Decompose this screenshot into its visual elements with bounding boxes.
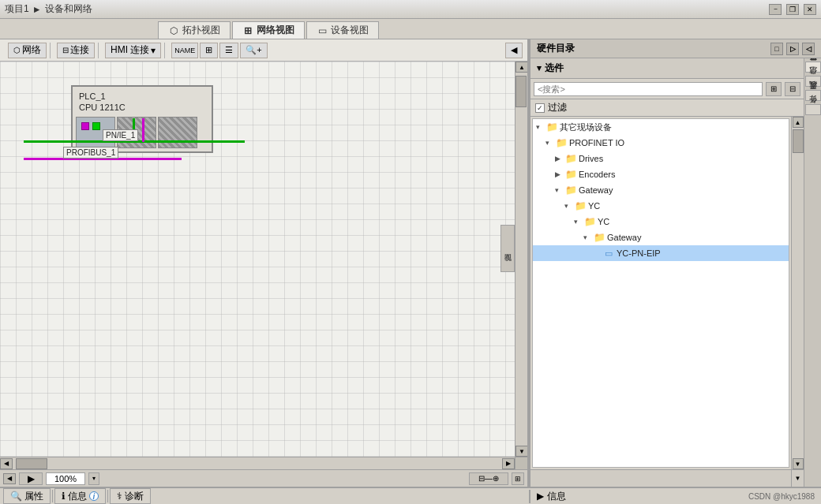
filter-checkbox[interactable]: ✓ bbox=[535, 103, 545, 113]
align-btn[interactable]: ☰ bbox=[219, 43, 238, 58]
tab-bar: ⬡ 拓扑视图 ⊞ 网络视图 ▭ 设备视图 bbox=[0, 19, 821, 39]
hw-icon-2[interactable]: ▷ bbox=[786, 43, 799, 55]
tree-item-gateway2[interactable]: ▾ 📁 Gateway bbox=[533, 230, 789, 245]
catalog-scroll-bottom[interactable]: ▼ bbox=[791, 470, 804, 487]
folder-icon: 📁 bbox=[545, 121, 558, 133]
close-button[interactable]: ✕ bbox=[804, 4, 816, 15]
info-icon: ℹ bbox=[62, 491, 66, 502]
tab-device-label: 设备视图 bbox=[331, 24, 369, 37]
scroll-up-arrow[interactable]: ▲ bbox=[515, 62, 527, 73]
tree-item-field-devices[interactable]: ▾ 📁 其它现场设备 bbox=[533, 119, 789, 135]
zoom-right-controls: ⊟—⊕ ⊞ bbox=[469, 472, 524, 485]
tab-network[interactable]: ⊞ 网络视图 bbox=[232, 21, 305, 39]
diagnostics-button[interactable]: ⚕ 诊断 bbox=[110, 488, 151, 504]
tree-label-field-devices: 其它现场设备 bbox=[560, 121, 612, 133]
device-icon: ▭ bbox=[317, 25, 328, 36]
zoom-btn[interactable]: 🔍+ bbox=[240, 43, 267, 58]
tree-item-profinet[interactable]: ▾ 📁 PROFINET IO bbox=[533, 135, 789, 151]
tree-item-drives[interactable]: ▶ 📁 Drives bbox=[533, 151, 789, 166]
network-icon: ⊞ bbox=[242, 25, 253, 36]
toolbar-right: ◀ bbox=[505, 43, 523, 58]
tab-device[interactable]: ▭ 设备视图 bbox=[306, 21, 379, 39]
search-input[interactable] bbox=[534, 82, 763, 96]
status-separator-2 bbox=[107, 490, 108, 502]
catalog-scrollbar-v[interactable]: ▲ ▼ bbox=[791, 117, 804, 469]
device-icon-yc-pn-eip: ▭ bbox=[602, 248, 615, 259]
fit-btn[interactable]: ⊞ bbox=[512, 472, 524, 485]
project-name: 项目1 bbox=[5, 2, 29, 16]
info-button[interactable]: ℹ 信息 i bbox=[54, 488, 106, 504]
hw-icon-1[interactable]: □ bbox=[770, 43, 783, 55]
zoom-dropdown[interactable]: ▾ bbox=[88, 472, 99, 485]
tree-arrow-gateway: ▾ bbox=[555, 186, 564, 194]
scroll-thumb-v[interactable] bbox=[515, 76, 527, 107]
hmi-dropdown[interactable]: HMI 连接 ▾ bbox=[105, 43, 161, 58]
restore-button[interactable]: ❐ bbox=[786, 4, 799, 15]
zoom-slider[interactable]: ⊟—⊕ bbox=[469, 472, 508, 485]
selection-label: 选件 bbox=[545, 62, 564, 75]
main-area: ⬡ 网络 ⊟ 连接 HMI 连接 ▾ NAME ⊞ ☰ 🔍+ bbox=[0, 39, 821, 487]
tab-topology[interactable]: ⬡ 拓扑视图 bbox=[158, 21, 231, 39]
toolbar-group-hmi: HMI 连接 ▾ bbox=[102, 43, 165, 58]
sidebar-tab-info[interactable]: 信息 bbox=[805, 76, 821, 87]
canvas-scrollbar-v[interactable]: ▲ ▼ bbox=[515, 62, 527, 457]
tree-area: ▾ 📁 其它现场设备 ▾ 📁 PROFINET IO ▶ bbox=[530, 117, 804, 469]
status-left: 🔍 属性 ℹ 信息 i ⚕ 诊断 bbox=[0, 488, 529, 504]
tree-item-yc2[interactable]: ▾ 📁 YC bbox=[533, 214, 789, 230]
folder-icon-drives: 📁 bbox=[564, 153, 577, 164]
plc-module-2 bbox=[158, 117, 197, 148]
scroll-down-arrow[interactable]: ▼ bbox=[515, 446, 527, 457]
indicator-green bbox=[92, 122, 100, 130]
tree-item-yc-pn-eip[interactable]: ▭ YC-PN-EIP bbox=[533, 245, 789, 261]
tree-arrow-gateway2: ▾ bbox=[583, 233, 593, 241]
side-panel-toggle[interactable]: 视图 bbox=[500, 225, 515, 272]
plc-cpu: CPU 1211C bbox=[76, 101, 208, 114]
tree-label-drives: Drives bbox=[579, 154, 603, 163]
topology-icon: ⬡ bbox=[168, 25, 179, 36]
tab-network-label: 网络视图 bbox=[257, 24, 294, 37]
sidebar-tab-catalog[interactable]: 硬件目录 bbox=[805, 62, 821, 73]
name-btn[interactable]: NAME bbox=[171, 43, 198, 58]
zoom-bar: ◀ ▶ ▾ ⊟—⊕ ⊞ bbox=[0, 469, 527, 487]
tree-arrow-yc1: ▾ bbox=[564, 202, 574, 210]
sidebar-tab-tasks[interactable]: 任务 bbox=[805, 104, 821, 115]
catalog-content: ▾ 选件 ⊞ ⊟ ✓ 过滤 bbox=[530, 58, 821, 487]
profibus-label: PROFIBUS_1 bbox=[63, 147, 118, 159]
search-options-button[interactable]: ⊟ bbox=[785, 82, 800, 96]
tree-item-yc1[interactable]: ▾ 📁 YC bbox=[533, 198, 789, 214]
status-info-label: 信息 bbox=[547, 490, 566, 503]
chevron-down-icon: ▾ bbox=[537, 63, 542, 73]
tree-item-gateway[interactable]: ▾ 📁 Gateway bbox=[533, 182, 789, 198]
prev-btn[interactable]: ◀ bbox=[3, 473, 16, 484]
properties-button[interactable]: 🔍 属性 bbox=[3, 488, 51, 504]
scroll-right-arrow[interactable]: ▶ bbox=[502, 458, 515, 469]
hw-catalog-title: 硬件目录 bbox=[537, 42, 575, 55]
connection-button[interactable]: ⊟ 连接 bbox=[57, 43, 95, 58]
tree-label-profinet: PROFINET IO bbox=[569, 138, 624, 147]
search-button[interactable]: ⊞ bbox=[766, 82, 782, 96]
zoom-input[interactable] bbox=[46, 472, 85, 485]
catalog-scroll-up[interactable]: ▲ bbox=[793, 117, 804, 128]
canvas-scrollbar-h[interactable]: ◀ ▶ bbox=[0, 457, 515, 469]
zoom-end-btn[interactable]: ▶ bbox=[19, 472, 43, 485]
window-title: 设备和网络 bbox=[45, 2, 92, 16]
tree-item-encoders[interactable]: ▶ 📁 Encoders bbox=[533, 166, 789, 182]
catalog-scroll-down[interactable]: ▼ bbox=[793, 458, 804, 469]
sidebar-tab-search[interactable]: 在线工具 bbox=[805, 90, 821, 101]
filter-label: 过滤 bbox=[548, 101, 567, 114]
hw-header-icons: □ ▷ ◁ bbox=[770, 43, 815, 55]
scroll-thumb-h[interactable] bbox=[16, 458, 47, 469]
catalog-scroll-thumb[interactable] bbox=[793, 129, 804, 153]
status-bar: 🔍 属性 ℹ 信息 i ⚕ 诊断 ▶ 信息 CSDN @hkyc1988 bbox=[0, 487, 821, 504]
tree-label-gateway: Gateway bbox=[579, 185, 613, 195]
hw-icon-3[interactable]: ◁ bbox=[802, 43, 815, 55]
connection-icon: ⊟ bbox=[62, 46, 69, 54]
chevron-down-icon: ▾ bbox=[151, 45, 156, 56]
minimize-button[interactable]: － bbox=[769, 4, 782, 15]
profibus-vertical bbox=[142, 118, 144, 142]
grid-btn[interactable]: ⊞ bbox=[200, 43, 218, 58]
collapse-btn[interactable]: ◀ bbox=[505, 43, 523, 58]
network-button[interactable]: ⬡ 网络 bbox=[8, 43, 47, 58]
scroll-left-arrow[interactable]: ◀ bbox=[0, 458, 13, 469]
tree-label-gateway2: Gateway bbox=[607, 233, 641, 242]
